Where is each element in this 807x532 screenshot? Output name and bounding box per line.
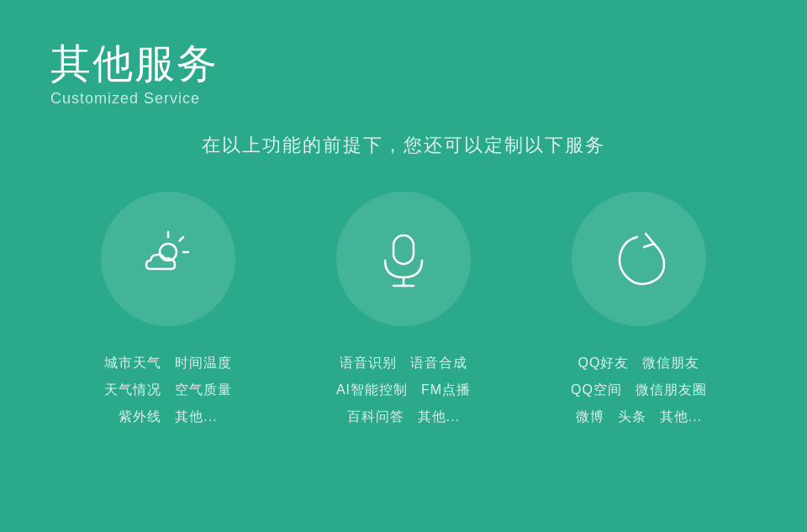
weather-icon — [134, 225, 202, 292]
label-wechat-friends: 微信朋友 — [642, 350, 699, 377]
main-title: 其他服务 — [50, 42, 757, 87]
label-wechat-moments: 微信朋友圈 — [636, 377, 707, 403]
weather-labels: 城市天气 时间温度 天气情况 空气质量 紫外线 其他... — [104, 350, 232, 430]
label-ai-control: AI智能控制 — [336, 377, 408, 403]
microphone-icon — [370, 225, 437, 292]
label-encyclopedia: 百科问答 — [347, 403, 404, 430]
social-labels: QQ好友 微信朋友 QQ空间 微信朋友圈 微博 头条 其他... — [571, 350, 707, 430]
service-item-voice: 语音识别 语音合成 AI智能控制 FM点播 百科问答 其他... — [294, 192, 513, 430]
label-voice-other: 其他... — [418, 403, 460, 430]
label-city-weather: 城市天气 — [104, 350, 161, 377]
refresh-icon — [605, 225, 672, 292]
weather-icon-circle — [101, 192, 235, 326]
label-toutiao: 头条 — [618, 403, 646, 430]
services-row: 城市天气 时间温度 天气情况 空气质量 紫外线 其他... — [50, 192, 757, 430]
label-fm-play: FM点播 — [421, 377, 471, 403]
svg-rect-4 — [393, 235, 414, 264]
service-item-weather: 城市天气 时间温度 天气情况 空气质量 紫外线 其他... — [59, 192, 277, 430]
label-uv: 紫外线 — [119, 403, 161, 430]
label-time-temp: 时间温度 — [175, 350, 232, 377]
page-container: 其他服务 Customized Service 在以上功能的前提下，您还可以定制… — [0, 0, 807, 532]
voice-icon-circle — [336, 192, 471, 326]
label-air-quality: 空气质量 — [175, 377, 232, 403]
header-section: 其他服务 Customized Service — [50, 42, 757, 108]
social-icon-circle — [572, 192, 706, 326]
label-weather-other: 其他... — [175, 403, 217, 430]
service-item-social: QQ好友 微信朋友 QQ空间 微信朋友圈 微博 头条 其他... — [530, 192, 748, 430]
voice-labels: 语音识别 语音合成 AI智能控制 FM点播 百科问答 其他... — [336, 350, 471, 430]
label-voice-synthesis: 语音合成 — [410, 350, 467, 377]
label-voice-recognition: 语音识别 — [340, 350, 397, 377]
subtitle: Customized Service — [50, 90, 757, 108]
label-weibo: 微博 — [576, 403, 604, 430]
label-qq-space: QQ空间 — [571, 377, 622, 403]
label-social-other: 其他... — [660, 403, 702, 430]
label-qq-friends: QQ好友 — [578, 350, 630, 377]
tagline: 在以上功能的前提下，您还可以定制以下服务 — [50, 133, 757, 158]
svg-line-1 — [180, 237, 184, 241]
label-weather-condition: 天气情况 — [104, 377, 161, 403]
